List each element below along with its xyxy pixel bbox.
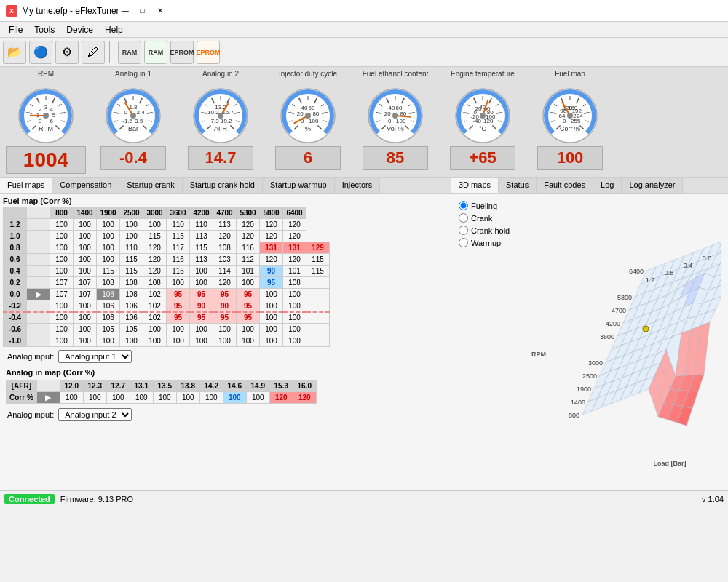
close-button[interactable]: ✕ (154, 5, 166, 17)
cell[interactable]: 100 (74, 266, 97, 277)
cell[interactable]: 100 (167, 277, 190, 289)
cell[interactable]: 113 (190, 254, 213, 266)
cell[interactable]: 100 (50, 242, 74, 254)
cell[interactable]: 100 (97, 335, 120, 347)
cell[interactable]: 113 (213, 219, 237, 231)
cell[interactable]: 105 (97, 324, 120, 335)
cell[interactable]: 102 (143, 300, 167, 312)
radio-fueling-input[interactable] (459, 201, 468, 210)
menu-tools[interactable]: Tools (28, 23, 60, 36)
menu-help[interactable]: Help (99, 23, 129, 36)
cell[interactable]: 95 (237, 300, 260, 312)
tab-startup-warmup[interactable]: Startup warmup (263, 178, 335, 193)
edit-button[interactable]: 🖊 (82, 41, 105, 64)
cell[interactable]: 100 (74, 254, 97, 266)
open-file-button[interactable]: 📂 (3, 41, 26, 64)
cell[interactable]: 115 (120, 254, 143, 266)
cell[interactable]: 113 (190, 231, 213, 242)
cell[interactable]: 120 (283, 254, 306, 266)
tab-compensation[interactable]: Compensation (52, 178, 119, 193)
cell[interactable]: 100 (83, 392, 106, 404)
cell[interactable]: 95 (213, 312, 237, 324)
cell[interactable]: 100 (223, 392, 246, 404)
cell[interactable]: 100 (50, 231, 74, 242)
tab-startup-crank-hold[interactable]: Startup crank hold (183, 178, 263, 193)
cell[interactable]: 100 (120, 231, 143, 242)
cell[interactable]: 100 (60, 392, 83, 404)
cell[interactable]: 101 (237, 266, 260, 277)
cell[interactable]: 112 (237, 254, 260, 266)
cell[interactable]: 120 (143, 266, 167, 277)
tab-log-analyzer[interactable]: Log analyzer (622, 178, 683, 193)
cell[interactable]: 120 (260, 254, 283, 266)
cell[interactable]: 120 (260, 219, 283, 231)
cell[interactable]: 100 (50, 254, 74, 266)
minimize-button[interactable]: — (119, 5, 131, 17)
cell[interactable]: 90 (213, 300, 237, 312)
cell[interactable]: 115 (306, 254, 330, 266)
cell[interactable]: 120 (269, 392, 293, 404)
cell[interactable]: 120 (213, 231, 237, 242)
cell[interactable]: 100 (260, 289, 283, 300)
cell[interactable]: 100 (74, 231, 97, 242)
cell[interactable] (306, 324, 330, 335)
cell[interactable]: 120 (237, 219, 260, 231)
cell[interactable]: 100 (237, 335, 260, 347)
cell[interactable]: 106 (97, 300, 120, 312)
cell[interactable]: 100 (50, 219, 74, 231)
cell[interactable]: 103 (213, 254, 237, 266)
cell[interactable]: 108 (120, 289, 143, 300)
cell[interactable]: 120 (293, 392, 316, 404)
tab-3d-maps[interactable]: 3D maps (451, 178, 499, 193)
cell[interactable]: 115 (167, 231, 190, 242)
cell[interactable]: 116 (237, 242, 260, 254)
settings-button[interactable]: ⚙ (55, 41, 79, 64)
cell[interactable]: 108 (213, 242, 237, 254)
cell[interactable]: 100 (283, 312, 306, 324)
tab-injectors[interactable]: Injectors (335, 178, 381, 193)
cell[interactable] (306, 277, 330, 289)
cell[interactable]: 100 (120, 219, 143, 231)
cell[interactable]: 101 (283, 266, 306, 277)
cell[interactable]: 100 (143, 324, 167, 335)
cell[interactable]: 100 (190, 324, 213, 335)
radio-warmup-input[interactable] (459, 238, 468, 247)
cell[interactable]: 100 (143, 335, 167, 347)
cell[interactable]: 100 (97, 242, 120, 254)
ram-button[interactable]: RAM (118, 41, 141, 64)
cell[interactable]: 100 (74, 242, 97, 254)
cell[interactable]: 129 (306, 242, 330, 254)
cell[interactable]: 115 (306, 266, 330, 277)
cell[interactable]: 100 (50, 335, 74, 347)
cell[interactable]: 95 (260, 277, 283, 289)
tab-startup-crank[interactable]: Startup crank (119, 178, 182, 193)
tab-fuel-maps[interactable]: Fuel maps (0, 178, 52, 193)
cell[interactable]: 100 (50, 266, 74, 277)
cell[interactable]: 100 (50, 312, 74, 324)
cell[interactable]: 100 (97, 231, 120, 242)
cell[interactable]: 100 (120, 335, 143, 347)
cell[interactable]: 100 (237, 277, 260, 289)
eprom2-button[interactable]: EPROM (197, 41, 220, 64)
cell[interactable]: 100 (97, 254, 120, 266)
cell[interactable]: 120 (283, 219, 306, 231)
ram2-button[interactable]: RAM (144, 41, 167, 64)
cell[interactable]: 100 (143, 219, 167, 231)
cell[interactable]: 107 (50, 289, 74, 300)
cell[interactable] (306, 300, 330, 312)
cell[interactable]: 105 (120, 324, 143, 335)
cell[interactable]: 100 (50, 300, 74, 312)
cell[interactable]: 110 (120, 242, 143, 254)
cell[interactable]: 120 (260, 231, 283, 242)
cell[interactable]: 108 (120, 277, 143, 289)
cell[interactable]: 107 (74, 289, 97, 300)
cell[interactable]: 100 (190, 277, 213, 289)
cell[interactable]: 100 (237, 324, 260, 335)
radio-crank-input[interactable] (459, 213, 468, 223)
cell[interactable]: 110 (167, 219, 190, 231)
cell[interactable]: 100 (167, 324, 190, 335)
cell[interactable]: 120 (143, 242, 167, 254)
cell[interactable]: 100 (167, 335, 190, 347)
cell[interactable]: 100 (74, 219, 97, 231)
bluetooth-button[interactable]: 🔵 (29, 41, 52, 64)
